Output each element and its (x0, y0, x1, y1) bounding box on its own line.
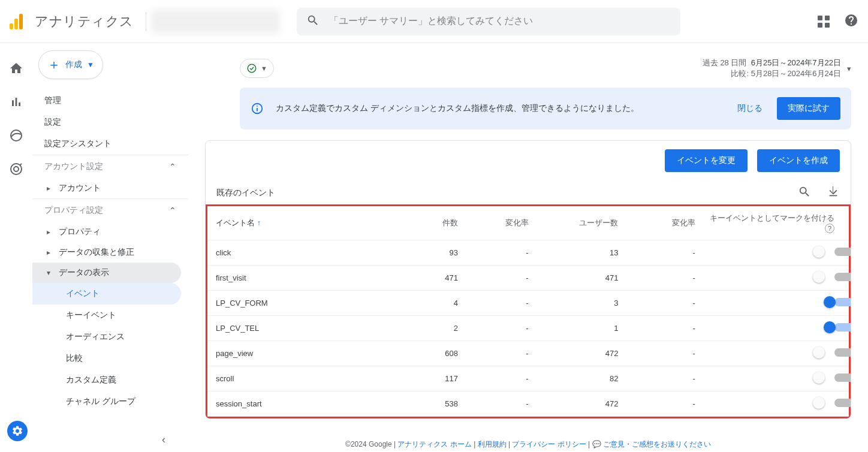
create-button[interactable]: ＋ 作成 ▼ (38, 50, 103, 79)
cell-change2: - (624, 341, 701, 366)
table-row[interactable]: LP_CV_FORM4-3- (207, 291, 849, 316)
table-row[interactable]: session_start538-472- (207, 391, 849, 417)
table-row[interactable]: page_view608-472- (207, 341, 849, 366)
cell-toggle (701, 240, 849, 266)
cell-change: - (464, 316, 535, 341)
property-selector[interactable] (151, 10, 280, 34)
explore-icon[interactable] (9, 128, 23, 145)
cell-users: 1 (535, 316, 625, 341)
section-property-settings[interactable]: プロパティ設定 ⌃ (32, 198, 188, 222)
col-event-name[interactable]: イベント名 ↑ (207, 206, 412, 240)
info-icon (251, 102, 264, 115)
cell-change: - (464, 240, 535, 266)
edit-event-button[interactable]: イベントを変更 (665, 149, 748, 172)
cell-count: 538 (412, 391, 464, 417)
col-users[interactable]: ユーザー数 (535, 206, 625, 240)
home-icon[interactable] (9, 61, 23, 78)
create-event-button[interactable]: イベントを作成 (757, 149, 840, 172)
col-change[interactable]: 変化率 (464, 206, 535, 240)
banner-message: カスタム定義でカスタム ディメンションとカスタム指標を作成、管理できるようになり… (276, 103, 737, 114)
footer-privacy-link[interactable]: プライバシー ポリシー (512, 440, 586, 448)
cell-users: 3 (535, 291, 625, 316)
footer-home-link[interactable]: アナリティクス ホーム (397, 440, 471, 448)
events-table-highlight: イベント名 ↑ 件数 変化率 ユーザー数 変化率 キーイベントとしてマークを付け… (206, 204, 851, 418)
app-title: アナリティクス (35, 13, 134, 31)
apps-icon[interactable] (818, 16, 830, 28)
arrow-right-icon: ▸ (47, 228, 59, 236)
chevron-down-icon: ▼ (261, 65, 267, 72)
cell-count: 2 (412, 316, 464, 341)
sub-item-compare[interactable]: 比較 (32, 348, 188, 369)
cell-event-name: scroll (207, 366, 412, 391)
sub-item-events[interactable]: イベント (32, 283, 181, 305)
sub-item-audiences[interactable]: オーディエンス (32, 326, 188, 348)
section-account-settings[interactable]: アカウント設定 ⌃ (32, 155, 188, 178)
sidebar-item-admin[interactable]: 管理 (32, 90, 188, 112)
cell-toggle (701, 366, 849, 391)
reports-icon[interactable] (9, 95, 23, 112)
cell-event-name: LP_CV_FORM (207, 291, 412, 316)
cell-change2: - (624, 240, 701, 266)
chevron-up-icon: ⌃ (169, 206, 176, 215)
search-placeholder: 「ユーザー サマリー」と検索してみてください (329, 15, 533, 28)
tree-item-data-display[interactable]: ▾ データの表示 (32, 263, 181, 283)
cell-change2: - (624, 391, 701, 417)
sub-item-channel-groups[interactable]: チャネル グループ (32, 391, 188, 412)
icon-rail (0, 43, 32, 452)
banner-try-button[interactable]: 実際に試す (777, 97, 840, 120)
key-event-toggle[interactable] (813, 373, 834, 382)
cell-event-name: click (207, 240, 412, 266)
cell-change2: - (624, 291, 701, 316)
key-event-toggle[interactable] (813, 297, 834, 307)
sub-item-custom-definitions[interactable]: カスタム定義 (32, 369, 188, 391)
sidebar-item-setup-assistant[interactable]: 設定アシスタント (32, 133, 188, 155)
plus-icon: ＋ (47, 56, 61, 74)
sort-asc-icon: ↑ (257, 218, 261, 227)
card-title: 既存のイベント (216, 188, 275, 198)
key-event-toggle[interactable] (813, 348, 834, 357)
table-row[interactable]: click93-13- (207, 240, 849, 266)
table-row[interactable]: first_visit471-471- (207, 266, 849, 291)
settings-fab[interactable] (7, 421, 28, 441)
table-row[interactable]: LP_CV_TEL2-1- (207, 316, 849, 341)
download-icon[interactable] (827, 185, 840, 201)
search-box[interactable]: 「ユーザー サマリー」と検索してみてください (297, 8, 680, 35)
tree-item-property[interactable]: ▸ プロパティ (32, 222, 188, 242)
cell-change: - (464, 391, 535, 417)
key-event-toggle[interactable] (813, 272, 834, 282)
cell-change: - (464, 366, 535, 391)
sidebar: ＋ 作成 ▼ 管理 設定 設定アシスタント アカウント設定 ⌃ ▸ アカウント … (32, 43, 188, 452)
status-chip[interactable]: ▼ (240, 59, 274, 78)
cell-toggle (701, 291, 849, 316)
cell-count: 608 (412, 341, 464, 366)
banner-close-button[interactable]: 閉じる (737, 103, 762, 114)
cell-toggle (701, 316, 849, 341)
footer: ©2024 Google | アナリティクス ホーム | 利用規約 | プライバ… (188, 439, 868, 450)
key-event-toggle[interactable] (813, 398, 834, 408)
key-event-toggle[interactable] (813, 323, 834, 332)
sidebar-item-settings[interactable]: 設定 (32, 112, 188, 133)
key-event-toggle[interactable] (813, 247, 834, 257)
svg-point-3 (248, 64, 256, 73)
footer-terms-link[interactable]: 利用規約 (478, 440, 507, 448)
collapse-sidebar-icon[interactable]: ‹ (162, 433, 165, 446)
help-circle-icon[interactable]: ? (825, 224, 834, 233)
footer-feedback-link[interactable]: ご意見・ご感想をお送りください (603, 440, 711, 448)
advertising-icon[interactable] (9, 162, 23, 179)
col-count[interactable]: 件数 (412, 206, 464, 240)
tree-item-data-collection[interactable]: ▸ データの収集と修正 (32, 242, 188, 263)
help-icon[interactable] (844, 13, 858, 30)
cell-change2: - (624, 266, 701, 291)
date-range-picker[interactable]: 過去 28 日間 6月25日～2024年7月22日 比較: 5月28日～2024… (703, 58, 851, 79)
table-row[interactable]: scroll117-82- (207, 366, 849, 391)
cell-toggle (701, 391, 849, 417)
chevron-down-icon: ▾ (847, 64, 851, 73)
cell-users: 472 (535, 341, 625, 366)
search-icon[interactable] (798, 185, 811, 201)
col-change2[interactable]: 変化率 (624, 206, 701, 240)
chevron-down-icon: ▼ (87, 61, 94, 69)
tree-item-account[interactable]: ▸ アカウント (32, 178, 188, 198)
analytics-logo-icon (10, 14, 23, 29)
sub-item-key-events[interactable]: キーイベント (32, 305, 188, 326)
header: アナリティクス 「ユーザー サマリー」と検索してみてください (0, 0, 868, 43)
